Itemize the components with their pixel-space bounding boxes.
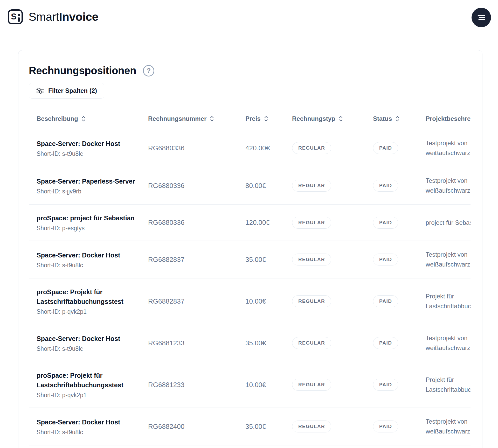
project-description: Projekt für Lastschriftabbuchungsstest xyxy=(426,375,471,395)
invoice-number: RG6881233 xyxy=(148,339,184,347)
item-description: Space-Server: Docker Host xyxy=(37,334,138,344)
item-short-id: Short-ID: p-esgtys xyxy=(37,225,138,232)
column-header-status[interactable]: Status xyxy=(366,111,419,129)
sort-icon xyxy=(395,115,399,122)
price: 35.00€ xyxy=(245,423,266,430)
item-description: proSpace: Projekt für Lastschriftabbuchu… xyxy=(37,287,138,306)
menu-button[interactable] xyxy=(472,8,491,27)
page-title: Rechnungspositionen xyxy=(29,65,136,76)
project-description: Testprojekt von weißaufschwarz xyxy=(426,176,471,195)
item-short-id: Short-ID: s-jjv9rb xyxy=(37,188,138,195)
column-label: Rechnungsnummer xyxy=(148,115,206,122)
invoice-type-badge: REGULAR xyxy=(292,180,331,192)
project-description: project für Sebastian xyxy=(426,218,471,228)
column-label: Preis xyxy=(245,115,261,122)
invoice-number: RG6880336 xyxy=(148,182,184,190)
table-row: proSpace: Projekt für Lastschriftabbuchu… xyxy=(29,362,471,408)
column-label: Beschreibung xyxy=(37,115,78,122)
invoice-type-badge: REGULAR xyxy=(292,142,331,154)
project-description: Projekt für Lastschriftabbuchungsstest xyxy=(426,291,471,311)
price: 120.00€ xyxy=(245,219,270,226)
invoice-number: RG6882400 xyxy=(148,423,184,430)
brand-name-light: Smart xyxy=(29,10,59,23)
item-description: Space-Server: Docker Host xyxy=(37,139,138,149)
column-header-projektbeschreibung[interactable]: Projektbeschreibung xyxy=(419,111,471,129)
invoice-items-table-container: Beschreibung Rechnungsnummer Preis Rechn… xyxy=(29,111,471,445)
table-row: Space-Server: Docker HostShort-ID: s-t9u… xyxy=(29,129,471,167)
invoice-type-badge: REGULAR xyxy=(292,337,331,349)
item-short-id: Short-ID: s-t9u8lc xyxy=(37,262,138,269)
column-header-rechnungsnummer[interactable]: Rechnungsnummer xyxy=(142,111,239,129)
brand-name: SmartInvoice xyxy=(29,10,98,24)
status-badge: PAID xyxy=(373,421,398,432)
filter-button-label: Filter Spalten (2) xyxy=(48,87,97,94)
item-short-id: Short-ID: p-qvk2p1 xyxy=(37,308,138,315)
column-header-preis[interactable]: Preis xyxy=(239,111,286,129)
invoice-number: RG6880336 xyxy=(148,144,184,152)
sliders-filter-icon xyxy=(36,87,44,94)
status-badge: PAID xyxy=(373,379,398,391)
price: 35.00€ xyxy=(245,339,266,347)
invoice-number: RG6880336 xyxy=(148,219,184,226)
invoice-items-card: Rechnungspositionen ? Filter Spalten (2)… xyxy=(18,50,482,448)
invoice-type-badge: REGULAR xyxy=(292,379,331,391)
item-description: Space-Server: Docker Host xyxy=(37,417,138,427)
invoice-type-badge: REGULAR xyxy=(292,217,331,229)
table-row: Space-Server: Docker HostShort-ID: s-t9u… xyxy=(29,408,471,445)
sort-icon xyxy=(210,115,214,122)
price: 80.00€ xyxy=(245,182,266,190)
status-badge: PAID xyxy=(373,142,398,154)
invoice-number: RG6881233 xyxy=(148,381,184,389)
price: 10.00€ xyxy=(245,381,266,389)
sort-icon xyxy=(81,115,86,122)
price: 420.00€ xyxy=(245,144,270,152)
item-short-id: Short-ID: p-qvk2p1 xyxy=(37,392,138,399)
brand-name-bold: Invoice xyxy=(59,10,99,23)
item-description: Space-Server: Docker Host xyxy=(37,250,138,260)
project-description: Testprojekt von weißaufschwarz xyxy=(426,417,471,436)
item-description: proSpace: project für Sebastian xyxy=(37,213,138,223)
help-icon[interactable]: ? xyxy=(143,65,154,76)
top-bar: S SmartInvoice xyxy=(0,0,498,36)
column-header-beschreibung[interactable]: Beschreibung xyxy=(29,111,142,129)
sort-icon xyxy=(339,115,343,122)
help-glyph: ? xyxy=(147,67,151,74)
item-description: Space-Server: Paperless-Server xyxy=(37,177,138,186)
project-description: Testprojekt von weißaufschwarz xyxy=(426,250,471,269)
table-header-row: Beschreibung Rechnungsnummer Preis Rechn… xyxy=(29,111,471,129)
item-description: proSpace: Projekt für Lastschriftabbuchu… xyxy=(37,371,138,390)
smartinvoice-logo-icon: S xyxy=(8,9,23,24)
table-row: Space-Server: Docker HostShort-ID: s-t9u… xyxy=(29,241,471,278)
project-description: Testprojekt von weißaufschwarz xyxy=(426,138,471,158)
price: 10.00€ xyxy=(245,297,266,305)
logo-i-stem xyxy=(18,17,20,22)
project-description: Testprojekt von weißaufschwarz xyxy=(426,333,471,353)
item-short-id: Short-ID: s-t9u8lc xyxy=(37,150,138,157)
column-label: Rechnungstyp xyxy=(292,115,335,122)
sort-icon xyxy=(264,115,268,122)
invoice-items-table: Beschreibung Rechnungsnummer Preis Rechn… xyxy=(29,111,471,445)
column-label: Status xyxy=(373,115,392,122)
status-badge: PAID xyxy=(373,295,398,307)
table-row: Space-Server: Docker HostShort-ID: s-t9u… xyxy=(29,324,471,362)
title-row: Rechnungspositionen ? xyxy=(29,65,471,76)
table-row: Space-Server: Paperless-ServerShort-ID: … xyxy=(29,167,471,205)
table-row: proSpace: project für SebastianShort-ID:… xyxy=(29,205,471,241)
price: 35.00€ xyxy=(245,256,266,263)
invoice-number: RG6882837 xyxy=(148,297,184,305)
status-badge: PAID xyxy=(373,180,398,192)
table-row: proSpace: Projekt für Lastschriftabbuchu… xyxy=(29,278,471,324)
item-short-id: Short-ID: s-t9u8lc xyxy=(37,345,138,352)
logo-letter: S xyxy=(11,12,17,22)
column-header-rechnungstyp[interactable]: Rechnungstyp xyxy=(286,111,366,129)
status-badge: PAID xyxy=(373,337,398,349)
filter-columns-button[interactable]: Filter Spalten (2) xyxy=(29,83,104,99)
status-badge: PAID xyxy=(373,254,398,265)
invoice-type-badge: REGULAR xyxy=(292,254,331,265)
invoice-type-badge: REGULAR xyxy=(292,295,331,307)
logo-i-dot xyxy=(18,14,20,16)
brand-logo[interactable]: S SmartInvoice xyxy=(8,9,98,24)
invoice-type-badge: REGULAR xyxy=(292,421,331,432)
invoice-number: RG6882837 xyxy=(148,256,184,263)
item-short-id: Short-ID: s-t9u8lc xyxy=(37,429,138,436)
